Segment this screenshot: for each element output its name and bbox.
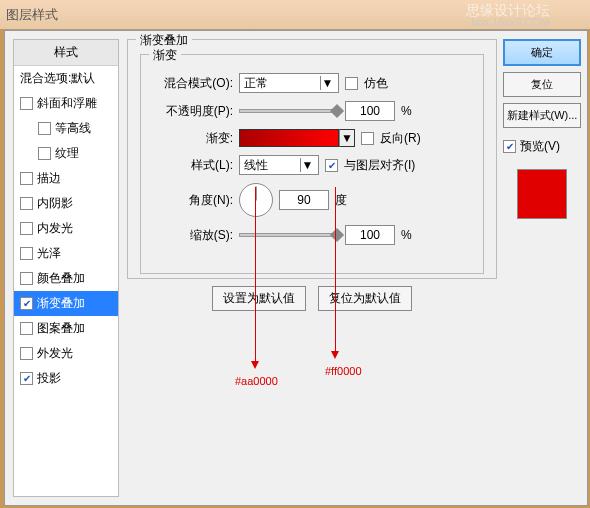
blend-mode-select[interactable]: 正常▼: [239, 73, 339, 93]
layer-style-dialog: 样式 混合选项:默认 斜面和浮雕等高线纹理描边内阴影内发光光泽颜色叠加渐变叠加图…: [4, 30, 588, 506]
reverse-label: 反向(R): [380, 130, 421, 147]
styles-header: 样式: [14, 40, 118, 66]
style-checkbox[interactable]: [20, 347, 33, 360]
styles-list-panel: 样式 混合选项:默认 斜面和浮雕等高线纹理描边内阴影内发光光泽颜色叠加渐变叠加图…: [13, 39, 119, 497]
dither-label: 仿色: [364, 75, 388, 92]
style-item-label: 颜色叠加: [37, 270, 85, 287]
blend-options-item[interactable]: 混合选项:默认: [14, 66, 118, 91]
style-item-图案叠加[interactable]: 图案叠加: [14, 316, 118, 341]
arrow-head-icon: [331, 351, 339, 359]
style-label: 样式(L):: [153, 157, 233, 174]
preview-checkbox[interactable]: [503, 140, 516, 153]
settings-panel: 渐变叠加 渐变 混合模式(O): 正常▼ 仿色 不透明度(P): 100 %: [127, 39, 497, 497]
preview-swatch: [517, 169, 567, 219]
color-annotation-2: #ff0000: [325, 365, 362, 377]
style-item-纹理[interactable]: 纹理: [14, 141, 118, 166]
style-item-斜面和浮雕[interactable]: 斜面和浮雕: [14, 91, 118, 116]
new-style-button[interactable]: 新建样式(W)...: [503, 103, 581, 128]
angle-label: 角度(N):: [153, 192, 233, 209]
inner-group-title: 渐变: [149, 47, 181, 64]
style-checkbox[interactable]: [20, 97, 33, 110]
scale-label: 缩放(S):: [153, 227, 233, 244]
style-checkbox[interactable]: [20, 247, 33, 260]
dither-checkbox[interactable]: [345, 77, 358, 90]
style-item-内发光[interactable]: 内发光: [14, 216, 118, 241]
style-item-label: 纹理: [55, 145, 79, 162]
style-checkbox[interactable]: [20, 172, 33, 185]
style-item-label: 斜面和浮雕: [37, 95, 97, 112]
angle-unit: 度: [335, 192, 347, 209]
align-label: 与图层对齐(I): [344, 157, 415, 174]
style-item-描边[interactable]: 描边: [14, 166, 118, 191]
percent-label: %: [401, 104, 412, 118]
style-checkbox[interactable]: [20, 197, 33, 210]
scale-input[interactable]: 100: [345, 225, 395, 245]
chevron-down-icon: ▼: [300, 158, 314, 172]
chevron-down-icon: ▼: [320, 76, 334, 90]
set-default-button[interactable]: 设置为默认值: [212, 286, 306, 311]
style-item-渐变叠加[interactable]: 渐变叠加: [14, 291, 118, 316]
opacity-input[interactable]: 100: [345, 101, 395, 121]
annotation-arrow: [255, 187, 256, 362]
reverse-checkbox[interactable]: [361, 132, 374, 145]
ok-button[interactable]: 确定: [503, 39, 581, 66]
watermark-url: bbs.16xx8.COM: [471, 16, 550, 28]
style-item-内阴影[interactable]: 内阴影: [14, 191, 118, 216]
style-checkbox[interactable]: [20, 372, 33, 385]
chevron-down-icon[interactable]: ▼: [339, 129, 355, 147]
style-item-光泽[interactable]: 光泽: [14, 241, 118, 266]
gradient-label: 渐变:: [153, 130, 233, 147]
angle-input[interactable]: 90: [279, 190, 329, 210]
opacity-label: 不透明度(P):: [153, 103, 233, 120]
style-item-label: 描边: [37, 170, 61, 187]
style-item-label: 内发光: [37, 220, 73, 237]
color-annotation-1: #aa0000: [235, 375, 278, 387]
style-checkbox[interactable]: [20, 272, 33, 285]
style-checkbox[interactable]: [38, 122, 51, 135]
cancel-button[interactable]: 复位: [503, 72, 581, 97]
style-item-label: 光泽: [37, 245, 61, 262]
gradient-picker[interactable]: ▼: [239, 129, 355, 147]
style-item-label: 图案叠加: [37, 320, 85, 337]
style-item-label: 渐变叠加: [37, 295, 85, 312]
percent-label: %: [401, 228, 412, 242]
angle-dial[interactable]: [239, 183, 273, 217]
preview-label: 预览(V): [520, 138, 560, 155]
style-item-label: 内阴影: [37, 195, 73, 212]
right-button-panel: 确定 复位 新建样式(W)... 预览(V): [503, 39, 581, 497]
style-item-投影[interactable]: 投影: [14, 366, 118, 391]
style-item-颜色叠加[interactable]: 颜色叠加: [14, 266, 118, 291]
style-item-等高线[interactable]: 等高线: [14, 116, 118, 141]
style-checkbox[interactable]: [20, 297, 33, 310]
style-checkbox[interactable]: [38, 147, 51, 160]
opacity-slider[interactable]: [239, 109, 339, 113]
style-item-label: 外发光: [37, 345, 73, 362]
style-item-label: 等高线: [55, 120, 91, 137]
align-checkbox[interactable]: [325, 159, 338, 172]
style-checkbox[interactable]: [20, 322, 33, 335]
reset-default-button[interactable]: 复位为默认值: [318, 286, 412, 311]
style-item-label: 投影: [37, 370, 61, 387]
gradient-style-select[interactable]: 线性▼: [239, 155, 319, 175]
annotation-arrow: [335, 187, 336, 352]
gradient-preview: [239, 129, 339, 147]
style-item-外发光[interactable]: 外发光: [14, 341, 118, 366]
style-checkbox[interactable]: [20, 222, 33, 235]
scale-slider[interactable]: [239, 233, 339, 237]
blend-mode-label: 混合模式(O):: [153, 75, 233, 92]
arrow-head-icon: [251, 361, 259, 369]
